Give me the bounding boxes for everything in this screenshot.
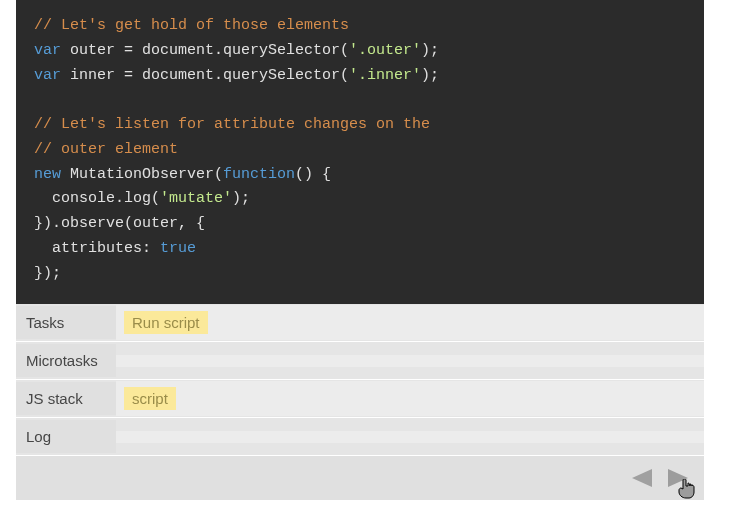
code-line: var inner = document.querySelector('.inn…: [34, 64, 686, 89]
microtasks-row: Microtasks: [16, 342, 704, 380]
queue-tag: Run script: [124, 311, 208, 334]
demo-panel: // Let's get hold of those elementsvar o…: [0, 0, 704, 500]
prev-step-button[interactable]: [626, 463, 656, 493]
code-line: console.log('mutate');: [34, 187, 686, 212]
code-line: });: [34, 262, 686, 287]
code-line: // outer element: [34, 138, 686, 163]
code-line: // Let's get hold of those elements: [34, 14, 686, 39]
jsstack-label: JS stack: [16, 382, 116, 415]
tasks-body: Run script: [116, 305, 704, 340]
footer-controls: [16, 456, 704, 500]
tasks-row: Tasks Run script: [16, 304, 704, 342]
jsstack-row: JS stack script: [16, 380, 704, 418]
code-line: }).observe(outer, {: [34, 212, 686, 237]
state-rows: Tasks Run script Microtasks JS stack scr…: [16, 304, 704, 456]
arrow-left-icon: [628, 467, 654, 489]
tasks-label: Tasks: [16, 306, 116, 339]
code-line: [34, 88, 686, 113]
jsstack-body: script: [116, 381, 704, 416]
code-line: // Let's listen for attribute changes on…: [34, 113, 686, 138]
microtasks-label: Microtasks: [16, 344, 116, 377]
log-row: Log: [16, 418, 704, 456]
queue-tag: script: [124, 387, 176, 410]
log-body: [116, 431, 704, 443]
code-line: var outer = document.querySelector('.out…: [34, 39, 686, 64]
microtasks-body: [116, 355, 704, 367]
next-step-button[interactable]: [664, 463, 694, 493]
arrow-right-icon: [666, 467, 692, 489]
code-line: attributes: true: [34, 237, 686, 262]
log-label: Log: [16, 420, 116, 453]
code-line: new MutationObserver(function() {: [34, 163, 686, 188]
code-block: // Let's get hold of those elementsvar o…: [16, 0, 704, 304]
